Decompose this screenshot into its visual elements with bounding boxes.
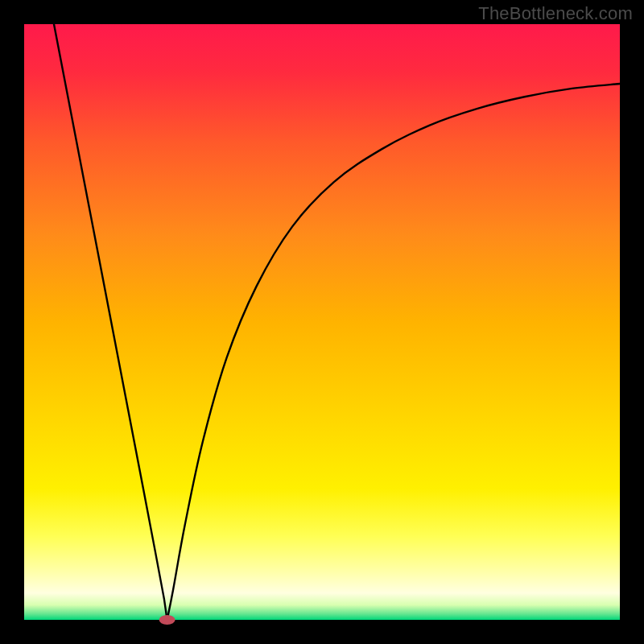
minimum-marker bbox=[159, 615, 175, 625]
chart-svg bbox=[0, 0, 644, 644]
chart-frame: TheBottleneck.com bbox=[0, 0, 644, 644]
plot-background bbox=[24, 24, 620, 620]
watermark-text: TheBottleneck.com bbox=[478, 3, 633, 24]
